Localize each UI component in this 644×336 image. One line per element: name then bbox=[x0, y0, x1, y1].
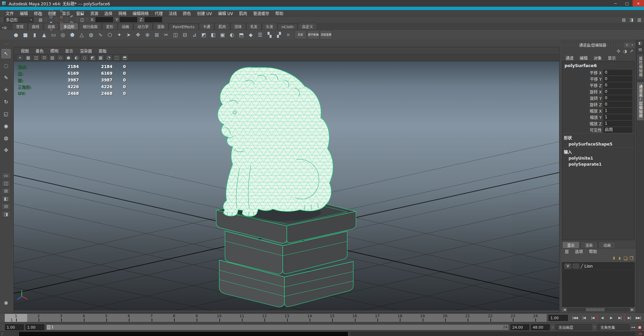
character-set-dropdown[interactable]: 无角色集 bbox=[597, 324, 630, 330]
frame-cell[interactable]: 12 bbox=[253, 314, 276, 322]
channel-label[interactable]: 缩放 Z bbox=[562, 121, 603, 126]
render-icon[interactable]: ◫ bbox=[79, 17, 86, 23]
frame-cell[interactable]: 2 bbox=[27, 314, 50, 322]
chevron-down-icon[interactable]: ▽ bbox=[593, 326, 596, 329]
panel-header-icon[interactable]: ⊡ bbox=[625, 43, 629, 47]
layer-editor-icon[interactable]: ⇟ bbox=[618, 256, 622, 261]
layer-editor-menu-item[interactable]: 层 bbox=[562, 248, 572, 254]
frame-cell[interactable]: 21 bbox=[457, 314, 479, 322]
shelf-icon[interactable]: ⊟ bbox=[180, 30, 190, 39]
drag-handle[interactable] bbox=[562, 44, 578, 46]
channel-value-field[interactable]: 1 bbox=[603, 108, 632, 114]
selection-mode-icon[interactable]: ⬚ bbox=[48, 8, 54, 14]
shelf-icon[interactable]: ⬟ bbox=[68, 30, 77, 39]
channel-box-menu-item[interactable]: 对象 bbox=[591, 55, 604, 61]
layout-shortcut-button[interactable]: ▭ bbox=[2, 172, 10, 179]
snap-icon[interactable]: ∪ bbox=[58, 8, 65, 14]
panel-menu-item[interactable]: 着色 bbox=[33, 48, 47, 54]
menu-item[interactable]: 创建 UV bbox=[194, 10, 215, 16]
layer-editor-icon[interactable]: ❏ bbox=[624, 256, 628, 261]
shelf-icon[interactable]: ▚ bbox=[265, 30, 274, 39]
playback-button[interactable]: ▶▶| bbox=[634, 315, 643, 321]
panel-toolbar-icon[interactable]: ⬒ bbox=[121, 55, 128, 61]
panel-toolbar-icon[interactable]: ○ bbox=[81, 55, 88, 61]
z-coord-input[interactable] bbox=[145, 17, 162, 22]
channel-value-field[interactable]: 1 bbox=[603, 114, 632, 120]
frame-cell[interactable]: 8 bbox=[163, 314, 185, 322]
render-icon[interactable]: ▶ bbox=[79, 11, 86, 17]
collapse-icon[interactable]: ◧ bbox=[638, 41, 642, 45]
toolbox-tool[interactable]: ↖ bbox=[1, 49, 11, 58]
channel-label[interactable]: 旋转 X bbox=[562, 89, 603, 95]
playback-button[interactable]: |◀◀ bbox=[571, 315, 579, 321]
shelf-tab[interactable]: 流体 bbox=[230, 23, 246, 30]
channel-value-field[interactable]: 0 bbox=[603, 102, 632, 107]
channel-box-menu-item[interactable]: 通道 bbox=[563, 55, 576, 61]
shelf-tab[interactable]: 卡通 bbox=[199, 23, 214, 30]
sidebar-toggle-icon[interactable]: ▥ bbox=[636, 17, 643, 23]
menu-item[interactable]: 编辑 bbox=[17, 10, 31, 16]
channel-value-field[interactable]: 0 bbox=[603, 76, 632, 82]
playback-end-field[interactable]: 24.00 bbox=[511, 324, 529, 330]
panel-toolbar-icon[interactable]: ◩ bbox=[89, 55, 96, 61]
layer-editor-menu-item[interactable]: 帮助 bbox=[586, 248, 600, 254]
playback-range-bar[interactable]: 1 24 bbox=[46, 324, 509, 330]
frame-ruler[interactable]: 1 1 2 3 4 5 6 7 bbox=[4, 314, 547, 322]
panel-menu-item[interactable]: 面板 bbox=[96, 48, 110, 54]
shelf-labeled-button[interactable]: 居中枢轴 bbox=[307, 30, 319, 39]
frame-cell[interactable]: 23 bbox=[501, 314, 524, 322]
shelf-labeled-button[interactable]: 历史 bbox=[294, 30, 307, 39]
menu-item[interactable]: 选择 bbox=[101, 10, 115, 16]
shelf-icon[interactable]: ✦ bbox=[115, 30, 124, 39]
menu-item[interactable]: 资源 bbox=[87, 10, 101, 16]
channel-label[interactable]: 平移 X bbox=[562, 70, 603, 75]
toolbox-grip[interactable] bbox=[4, 43, 8, 45]
shelf-tab[interactable]: 肌肉 bbox=[215, 23, 230, 30]
layer-row[interactable]: V ╱ Lion bbox=[562, 263, 634, 270]
channel-value-field[interactable]: 0 bbox=[603, 95, 632, 101]
menu-item[interactable]: 代理 bbox=[152, 10, 166, 16]
command-input[interactable] bbox=[19, 332, 348, 336]
sidebar-vertical-tab[interactable]: 通道盒/层编辑器 bbox=[637, 82, 644, 121]
frame-cell[interactable]: 3 bbox=[50, 314, 72, 322]
x-coord-input[interactable] bbox=[96, 17, 113, 22]
panel-toolbar-icon[interactable]: ⊡ bbox=[41, 55, 48, 61]
menu-item[interactable]: 法线 bbox=[166, 10, 180, 16]
shelf-tab[interactable]: 曲面 bbox=[44, 23, 59, 30]
toolbox-tool[interactable]: ↻ bbox=[1, 97, 11, 107]
shelf-tab[interactable]: 常规 bbox=[12, 23, 28, 30]
layout-shortcut-button[interactable]: ⊟ bbox=[2, 203, 10, 210]
toolbox-tool[interactable]: ◉ bbox=[1, 121, 11, 131]
panel-toolbar-icon[interactable]: ⬚ bbox=[113, 55, 120, 61]
close-button[interactable]: × bbox=[633, 0, 644, 7]
channel-label[interactable]: 可见性 bbox=[562, 127, 603, 133]
frame-cell[interactable]: 13 bbox=[276, 314, 298, 322]
menu-item[interactable]: 帮助 bbox=[272, 10, 286, 16]
channel-value-field[interactable]: 启用 bbox=[603, 127, 632, 133]
menu-item[interactable]: 文件 bbox=[3, 10, 17, 16]
panel-toolbar-icon[interactable]: ▩ bbox=[97, 55, 104, 61]
frame-cell[interactable]: 11 bbox=[230, 314, 253, 322]
channel-label[interactable]: 平移 Y bbox=[562, 76, 603, 82]
panel-toolbar-icon[interactable]: ◐ bbox=[73, 55, 80, 61]
shelf-tab[interactable]: 动力学 bbox=[133, 23, 153, 30]
chevron-down-icon[interactable]: ▽ bbox=[551, 326, 554, 329]
file-icon[interactable]: ▤ bbox=[37, 17, 44, 23]
frame-cell[interactable]: 9 bbox=[185, 314, 208, 322]
input-node-item[interactable]: polyUnite1 bbox=[562, 155, 634, 161]
toolbox-tool[interactable]: ◱ bbox=[1, 109, 11, 119]
group-grip[interactable] bbox=[55, 17, 57, 22]
shelf-tab[interactable]: 曲线 bbox=[28, 23, 43, 30]
layer-editor-tab[interactable]: 渲染 bbox=[580, 241, 598, 248]
toolbox-bottom-tool[interactable]: ❋ bbox=[1, 298, 11, 308]
expand-icon[interactable]: ▤ bbox=[638, 47, 642, 52]
script-editor-icon[interactable] bbox=[638, 332, 643, 336]
scrollbar-thumb[interactable] bbox=[586, 308, 605, 311]
panel-header-icon[interactable]: × bbox=[630, 43, 635, 47]
sidebar-vertical-tab[interactable]: 属性编辑器 bbox=[637, 54, 644, 80]
frame-cell[interactable]: 24 bbox=[524, 314, 547, 322]
panel-menu-item[interactable]: 渲染器 bbox=[77, 48, 95, 54]
sidebar-toggle-icon[interactable]: ◨ bbox=[628, 17, 635, 23]
shelf-tab[interactable]: 渲染 bbox=[153, 23, 168, 30]
panel-toolbar-icon[interactable]: ◔ bbox=[105, 55, 112, 61]
